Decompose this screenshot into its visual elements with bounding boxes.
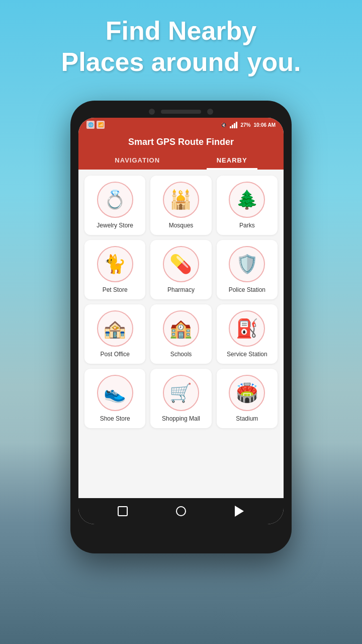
hero-line2: Places around you. [0, 46, 362, 77]
status-bar: 🌐 📶 🔇 27% 10:06 AM [78, 118, 284, 132]
grid-item-parks[interactable]: 🌲Parks [217, 176, 278, 235]
label-parks: Parks [239, 222, 255, 229]
icon-parks: 🌲 [229, 182, 265, 218]
speaker-bar [161, 110, 201, 114]
phone-body: 🌐 📶 🔇 27% 10:06 AM Smart G [70, 101, 292, 553]
mute-icon: 🔇 [221, 122, 227, 128]
gps-icon: 🌐 [86, 121, 95, 129]
icon-mosques: 🕌 [163, 182, 199, 218]
bar4 [236, 122, 237, 128]
label-pharmacy: Pharmacy [167, 286, 195, 293]
recent-triangle-icon [235, 506, 244, 517]
grid-item-mosques[interactable]: 🕌Mosques [150, 176, 211, 235]
icon-pharmacy: 💊 [163, 246, 199, 282]
phone-screen: 🌐 📶 🔇 27% 10:06 AM Smart G [78, 118, 284, 524]
battery-level: 27% [240, 122, 250, 128]
label-post-office: Post Office [100, 351, 129, 358]
hero-line1: Find Nearby [0, 15, 362, 46]
icon-jewelry-store: 💍 [97, 182, 133, 218]
grid-content: 💍Jewelry Store🕌Mosques🌲Parks🐈Pet Store💊P… [78, 170, 284, 498]
icon-pet-store: 🐈 [97, 246, 133, 282]
back-square-icon [118, 506, 128, 516]
sim-icon: 📶 [97, 121, 105, 129]
camera-dot2 [207, 109, 213, 115]
label-pet-store: Pet Store [103, 286, 128, 293]
tab-navigation[interactable]: NAVIGATION [105, 152, 170, 170]
icon-service-station: ⛽ [229, 310, 265, 347]
places-grid: 💍Jewelry Store🕌Mosques🌲Parks🐈Pet Store💊P… [84, 176, 278, 428]
label-mosques: Mosques [169, 222, 194, 229]
bar1 [230, 126, 231, 128]
grid-item-pharmacy[interactable]: 💊Pharmacy [150, 240, 211, 299]
bar2 [232, 125, 233, 128]
grid-item-service-station[interactable]: ⛽Service Station [217, 304, 278, 364]
phone-top-bar [78, 109, 284, 115]
label-jewelry-store: Jewelry Store [97, 222, 133, 229]
app-title: Smart GPS Route Finder [86, 137, 276, 147]
recent-button[interactable] [232, 504, 246, 518]
home-circle-icon [176, 506, 186, 516]
tab-nearby[interactable]: NEARBY [207, 152, 257, 170]
app-tabs: NAVIGATION NEARBY [86, 152, 276, 170]
bar3 [234, 123, 235, 128]
icon-stadium: 🏟️ [229, 375, 265, 411]
status-right: 🔇 27% 10:06 AM [221, 122, 276, 128]
phone-mockup: 🌐 📶 🔇 27% 10:06 AM Smart G [70, 101, 292, 553]
grid-item-post-office[interactable]: 🏤Post Office [84, 304, 145, 364]
camera-dot [149, 109, 155, 115]
grid-item-shoe-store[interactable]: 👟Shoe Store [84, 369, 145, 428]
label-police-station: Police Station [229, 286, 265, 293]
grid-item-shopping-mall[interactable]: 🛒Shopping Mall [150, 369, 211, 428]
back-button[interactable] [116, 504, 130, 518]
icon-shopping-mall: 🛒 [163, 375, 199, 411]
label-shoe-store: Shoe Store [100, 415, 130, 422]
signal-bars [230, 122, 237, 128]
icon-shoe-store: 👟 [97, 375, 133, 411]
app-header: Smart GPS Route Finder NAVIGATION NEARBY [78, 132, 284, 170]
home-button[interactable] [174, 504, 188, 518]
icon-schools: 🏫 [163, 310, 199, 347]
label-schools: Schools [170, 351, 192, 358]
grid-item-pet-store[interactable]: 🐈Pet Store [84, 240, 145, 299]
grid-item-schools[interactable]: 🏫Schools [150, 304, 211, 364]
hero-heading: Find Nearby Places around you. [0, 15, 362, 78]
grid-item-jewelry-store[interactable]: 💍Jewelry Store [84, 176, 145, 235]
status-left: 🌐 📶 [86, 121, 105, 129]
label-service-station: Service Station [227, 351, 267, 358]
label-stadium: Stadium [236, 415, 258, 422]
icon-police-station: 🛡️ [229, 246, 265, 282]
grid-item-police-station[interactable]: 🛡️Police Station [217, 240, 278, 299]
icon-post-office: 🏤 [97, 310, 133, 347]
time-display: 10:06 AM [253, 122, 276, 128]
grid-item-stadium[interactable]: 🏟️Stadium [217, 369, 278, 428]
bottom-nav [78, 498, 284, 524]
label-shopping-mall: Shopping Mall [162, 415, 200, 422]
